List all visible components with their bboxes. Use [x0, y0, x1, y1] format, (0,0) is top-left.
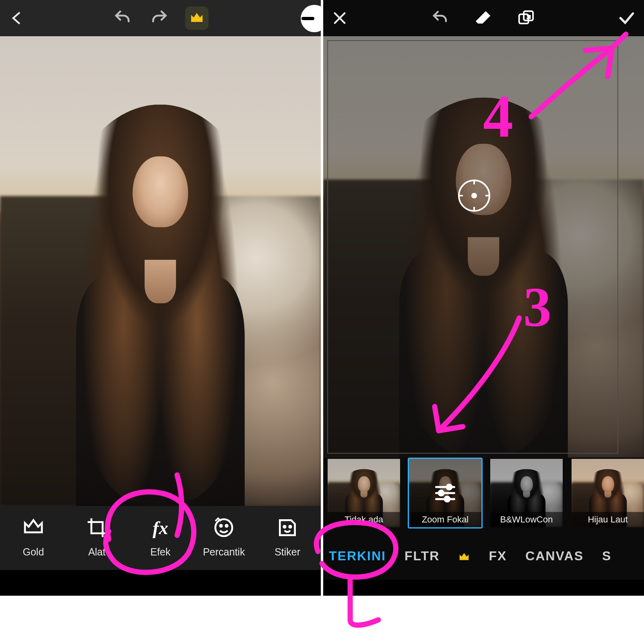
svg-point-1 [220, 525, 222, 527]
undo-icon[interactable] [431, 8, 450, 28]
svg-point-4 [289, 526, 291, 528]
left-topbar [0, 0, 321, 36]
svg-point-3 [284, 526, 286, 528]
focal-point-marker[interactable] [458, 180, 490, 212]
left-screenshot: Gold Alat fx Efek Percantik [0, 0, 321, 596]
apply-check-icon[interactable] [617, 9, 636, 27]
premium-crown-icon [458, 551, 470, 563]
tool-efek[interactable]: fx Efek [130, 516, 191, 558]
right-screenshot: Tidak ada Zoom Fokal B&WLowCon Hijau Lau… [323, 0, 644, 596]
edited-photo [0, 36, 321, 506]
compare-icon[interactable] [517, 9, 535, 27]
face-icon [213, 516, 235, 539]
effect-thumb-label: Hijau Laut [572, 512, 644, 527]
effect-thumb-label: Tidak ada [328, 512, 400, 527]
cat-s[interactable]: S [602, 549, 611, 564]
crown-outline-icon [22, 516, 45, 539]
effect-thumb-hijau-laut[interactable]: Hijau Laut [570, 458, 644, 528]
crop-icon [86, 516, 108, 539]
eraser-icon[interactable] [474, 9, 493, 27]
premium-crown-icon[interactable] [185, 6, 208, 30]
redo-icon[interactable] [149, 8, 169, 28]
effect-thumbnails: Tidak ada Zoom Fokal B&WLowCon Hijau Lau… [323, 458, 644, 538]
edited-photo [323, 36, 644, 458]
tool-percantik[interactable]: Percantik [194, 516, 254, 558]
left-canvas[interactable] [0, 36, 321, 506]
effect-thumb-none[interactable]: Tidak ada [326, 458, 401, 528]
svg-point-8 [439, 491, 444, 495]
svg-point-2 [226, 525, 228, 527]
tool-label: Gold [23, 546, 44, 558]
effect-thumb-zoom-fokal[interactable]: Zoom Fokal [408, 458, 483, 528]
tool-label: Efek [150, 546, 170, 558]
effect-thumb-label: Zoom Fokal [409, 512, 481, 527]
tool-gold[interactable]: Gold [3, 516, 64, 558]
effect-category-tabs: TERKINI FLTR FX CANVAS S [323, 538, 644, 580]
tool-label: Percantik [203, 546, 245, 558]
effect-thumb-bwlowcon[interactable]: B&WLowCon [489, 458, 564, 528]
effect-thumb-label: B&WLowCon [490, 512, 563, 527]
cat-canvas[interactable]: CANVAS [525, 549, 584, 564]
tool-label: Alat [88, 546, 105, 558]
tool-label: Stiker [275, 546, 300, 558]
svg-point-7 [447, 485, 452, 489]
left-tool-strip: Gold Alat fx Efek Percantik [0, 506, 321, 570]
right-topbar [323, 0, 644, 36]
close-icon[interactable] [331, 10, 348, 27]
tool-stiker[interactable]: Stiker [257, 516, 318, 558]
cat-terkini[interactable]: TERKINI [329, 549, 386, 564]
svg-point-9 [445, 497, 450, 502]
right-canvas[interactable] [323, 36, 644, 458]
svg-point-0 [215, 519, 232, 536]
sliders-icon [432, 483, 458, 503]
cat-fltr[interactable]: FLTR [405, 549, 440, 564]
tool-alat[interactable]: Alat [67, 516, 127, 558]
sticker-icon [276, 516, 299, 539]
back-icon[interactable] [8, 9, 26, 27]
more-button[interactable] [301, 5, 321, 32]
cat-fx[interactable]: FX [489, 549, 507, 564]
fx-icon: fx [153, 516, 168, 539]
undo-icon[interactable] [113, 8, 133, 28]
